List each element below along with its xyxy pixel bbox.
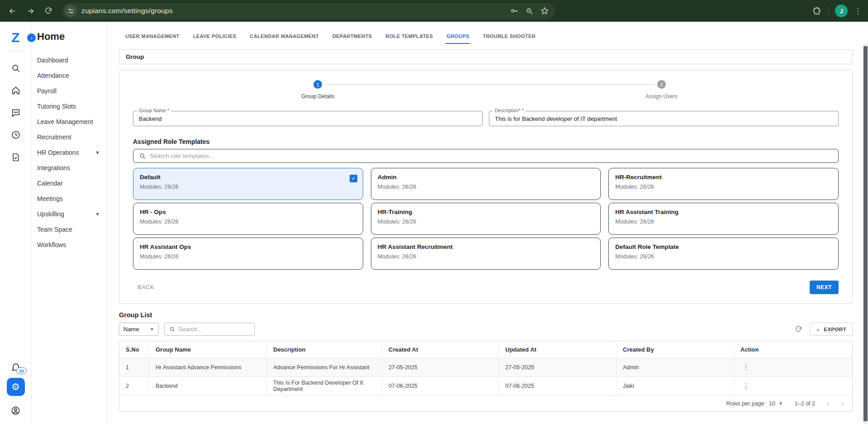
tab-user-management[interactable]: USER MANAGEMENT <box>124 30 180 44</box>
row-actions-icon[interactable]: ⋮ <box>740 363 752 372</box>
description-input[interactable] <box>489 111 839 126</box>
group-name-input[interactable] <box>133 111 483 126</box>
cell-created-at: 27-05-2025 <box>382 358 499 376</box>
page-scrollbar[interactable] <box>863 43 868 424</box>
pagination-range: 1–2 of 2 <box>795 400 815 407</box>
cell-description: This Is For Backend Developer Of It Depa… <box>267 377 382 395</box>
role-template-search-input[interactable] <box>150 152 833 159</box>
role-template-name: HR-Training <box>378 209 594 215</box>
sidebar-item-integrations[interactable]: Integrations ▼ <box>37 160 106 176</box>
address-bar[interactable]: zupians.com/settings/groups <box>62 3 555 19</box>
sidebar-item-payroll[interactable]: Payroll ▼ <box>37 83 106 99</box>
document-check-icon[interactable] <box>7 148 25 166</box>
sidebar-title: Home <box>37 31 106 43</box>
role-template-name: HR Assistant Ops <box>140 243 356 250</box>
clock-icon[interactable] <box>7 126 25 144</box>
role-template-modules: Modules: 26/26 <box>140 219 356 225</box>
forward-icon[interactable] <box>23 3 38 19</box>
app-logo[interactable]: Z <box>11 31 19 44</box>
cell-created-by: Jaiki <box>617 377 734 395</box>
rows-per-page-label: Rows per page: <box>726 400 766 407</box>
sidebar-item-label: Dashboard <box>37 57 68 64</box>
selected-checkbox[interactable]: ✓ <box>350 175 357 182</box>
back-button[interactable]: BACK <box>133 281 159 294</box>
chat-icon[interactable] <box>7 104 25 122</box>
step-group-details[interactable]: 1 Group Details <box>286 80 350 100</box>
prev-page-icon[interactable]: ‹ <box>827 399 830 408</box>
role-template-search[interactable] <box>133 149 839 163</box>
tab-role-templates[interactable]: ROLE TEMPLATES <box>384 30 434 44</box>
tab-calendar-management[interactable]: CALENDAR MANAGEMENT <box>249 30 320 44</box>
cell-updated-at: 07-06-2025 <box>499 377 617 395</box>
zoom-icon[interactable] <box>525 7 534 15</box>
chevron-down-icon: ▼ <box>150 327 154 332</box>
filter-by-select[interactable]: Name ▼ <box>119 323 159 336</box>
search-icon[interactable] <box>7 59 25 77</box>
sidebar-item-meetings[interactable]: Meetings ▼ <box>37 191 106 206</box>
next-page-icon[interactable]: › <box>841 399 844 408</box>
back-icon[interactable] <box>5 3 20 19</box>
main-content: USER MANAGEMENTLEAVE POLICIESCALENDAR MA… <box>107 22 868 424</box>
group-list-search[interactable] <box>164 323 255 336</box>
role-template-modules: Modules: 26/26 <box>378 253 594 260</box>
tab-groups[interactable]: GROUPS <box>446 30 470 44</box>
url-text[interactable]: zupians.com/settings/groups <box>81 7 173 15</box>
bookmark-star-icon[interactable] <box>540 6 549 15</box>
sidebar-item-label: Calendar <box>37 180 63 187</box>
step-2-label: Assign Users <box>630 93 693 100</box>
notifications-bell-icon[interactable]: 33 <box>10 362 21 372</box>
sidebar-item-recruitment[interactable]: Recruitment ▼ <box>37 129 106 145</box>
chevron-down-icon: ⌄ <box>816 326 821 332</box>
sidebar-item-label: Integrations <box>37 164 70 172</box>
role-template-card[interactable]: Default Modules: 26/26 ✓ <box>133 168 363 200</box>
reload-icon[interactable] <box>41 3 56 19</box>
cell-name: Backend <box>149 377 267 395</box>
group-list-search-input[interactable] <box>178 326 250 333</box>
step-assign-users[interactable]: 2 Assign Users <box>630 80 693 100</box>
role-template-card[interactable]: HR Assistant Ops Modules: 26/26 ✓ <box>133 238 363 270</box>
sidebar-item-team-space[interactable]: Team Space ▼ <box>37 222 106 237</box>
table-header-row: S.NoGroup NameDescriptionCreated AtUpdat… <box>119 341 852 358</box>
sidebar-item-leave-management[interactable]: Leave Management ▼ <box>37 114 106 129</box>
sidebar-item-label: HR Operations <box>37 149 79 156</box>
role-template-card[interactable]: HR Assistant Recruitment Modules: 26/26 … <box>371 238 601 270</box>
sidebar-item-attendance[interactable]: Attendance ▼ <box>37 68 106 83</box>
role-template-card[interactable]: Admin Modules: 26/26 ✓ <box>371 168 601 200</box>
table-body: 1Hr Assistant Advance PermissionsAdvance… <box>119 358 852 395</box>
role-template-card[interactable]: HR - Ops Modules: 26/26 ✓ <box>133 203 363 235</box>
role-template-card[interactable]: HR-Training Modules: 26/26 ✓ <box>371 203 601 235</box>
sidebar-item-upskilling[interactable]: Upskilling ▼ <box>37 206 106 222</box>
home-icon[interactable] <box>7 81 25 100</box>
sidebar-item-label: Payroll <box>37 87 57 95</box>
tab-trouble-shooter[interactable]: TROUBLE SHOOTER <box>482 30 536 44</box>
scrollbar-thumb[interactable] <box>863 46 868 421</box>
sidebar-item-hr-operations[interactable]: HR Operations ▼ <box>37 145 106 160</box>
browser-menu-icon[interactable]: ⋮ <box>854 6 862 16</box>
password-key-icon[interactable] <box>510 6 519 15</box>
row-actions-icon[interactable]: ⋮ <box>740 382 752 390</box>
sidebar-item-dashboard[interactable]: Dashboard ▼ <box>37 52 106 68</box>
tab-departments[interactable]: DEPARTMENTS <box>332 30 373 44</box>
profile-avatar[interactable]: J <box>835 5 848 17</box>
chevron-down-icon[interactable]: ▼ <box>778 401 783 406</box>
sidebar-collapse-icon[interactable]: › <box>27 33 36 42</box>
export-label: EXPORT <box>824 327 846 332</box>
site-settings-icon[interactable] <box>64 5 77 17</box>
role-template-card[interactable]: HR-Recruitment Modules: 26/26 ✓ <box>608 168 839 200</box>
tab-leave-policies[interactable]: LEAVE POLICIES <box>192 30 237 44</box>
sidebar-item-calendar[interactable]: Calendar ▼ <box>37 176 106 191</box>
refresh-icon[interactable] <box>795 325 802 333</box>
export-button[interactable]: ⌄ EXPORT <box>810 323 853 336</box>
role-template-card[interactable]: HR Assistant Training Modules: 26/26 ✓ <box>608 203 839 235</box>
rows-per-page-value[interactable]: 10 <box>769 400 775 407</box>
toolbar-divider <box>828 6 829 15</box>
extensions-icon[interactable] <box>812 6 822 16</box>
sidebar-item-workflows[interactable]: Workflows ▼ <box>37 237 106 252</box>
account-icon[interactable] <box>7 401 25 419</box>
cell-sno: 1 <box>119 358 149 376</box>
settings-gear-icon[interactable]: ⚙ <box>7 378 25 396</box>
role-template-card[interactable]: Default Role Template Modules: 26/26 ✓ <box>608 238 839 270</box>
sidebar-item-label: Meetings <box>37 195 63 202</box>
next-button[interactable]: NEXT <box>810 281 839 294</box>
sidebar-item-tutoring-slots[interactable]: Tutoring Slots ▼ <box>37 99 106 114</box>
